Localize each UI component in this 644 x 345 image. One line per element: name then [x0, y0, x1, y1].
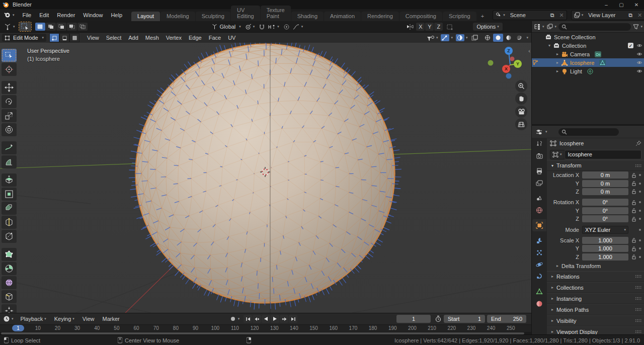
overlays-toggle[interactable] [456, 34, 464, 41]
add-workspace-button[interactable]: + [477, 12, 488, 21]
mode-dropdown[interactable]: Edit Mode▾ [2, 34, 46, 42]
select-subtract-toggle[interactable] [56, 23, 66, 31]
outliner-item-label[interactable]: Icosphere [570, 60, 594, 66]
play-button[interactable] [271, 315, 279, 323]
breadcrumb-object-name[interactable]: Icosphere [559, 140, 584, 146]
animate-property-dot[interactable] [639, 239, 641, 241]
remove-layer-icon[interactable]: ✕ [635, 11, 644, 20]
viewport-menu-edge[interactable]: Edge [185, 33, 205, 43]
tool-loop-cut[interactable] [2, 216, 17, 229]
tool-bevel[interactable] [2, 202, 17, 215]
transform-section-header[interactable]: ▾ Transform [547, 160, 644, 171]
properties-tab-data[interactable] [532, 286, 546, 298]
timeline-editor-type[interactable]: ▾ [3, 315, 14, 322]
menu-edit[interactable]: Edit [35, 9, 53, 21]
disclosure-triangle[interactable]: ▸ [555, 69, 560, 73]
minimize-button[interactable]: – [599, 0, 614, 9]
viewport-menu-select[interactable]: Select [103, 33, 125, 43]
filter-funnel-icon[interactable] [633, 24, 639, 30]
outliner-item-label[interactable]: Collection [562, 43, 586, 49]
current-frame-field[interactable]: 1 [396, 315, 431, 323]
outliner-editor-icon[interactable] [534, 24, 541, 30]
tool-inset-faces[interactable] [2, 188, 17, 201]
properties-tab-physics[interactable] [532, 258, 546, 271]
lock-icon[interactable] [631, 246, 636, 251]
value-field[interactable]: 1.000 [582, 237, 628, 244]
close-button[interactable]: ✕ [629, 0, 644, 9]
lock-icon[interactable] [631, 237, 636, 243]
select-intersect-toggle[interactable] [77, 23, 88, 31]
workspace-tab-compositing[interactable]: Compositing [399, 12, 442, 21]
zoom-view-button[interactable] [515, 80, 527, 92]
display-mode-icon[interactable] [547, 24, 553, 30]
outliner-item-light[interactable]: ▸Light [532, 67, 644, 75]
object-type-dropdown[interactable]: ▾ [550, 150, 565, 159]
viewport-menu-uv[interactable]: UV [224, 33, 239, 43]
lock-icon[interactable] [631, 216, 636, 222]
menu-render[interactable]: Render [53, 9, 79, 21]
hide-eye-icon[interactable] [636, 68, 642, 74]
animate-property-dot[interactable] [639, 218, 641, 220]
properties-tab-object[interactable] [532, 219, 546, 231]
transform-orientation[interactable]: Global▾ [211, 24, 241, 30]
outliner-item-label[interactable]: Camera [570, 51, 590, 57]
select-invert-toggle[interactable] [67, 23, 77, 31]
properties-tab-world[interactable] [532, 204, 546, 216]
animate-property-dot[interactable] [639, 210, 641, 212]
tool-rotate[interactable] [2, 95, 17, 108]
wireframe-shading-toggle[interactable] [482, 34, 493, 42]
properties-tab-tool[interactable] [532, 138, 546, 150]
drag-handle-icon[interactable] [635, 275, 641, 278]
menu-help[interactable]: Help [107, 9, 126, 21]
workspace-tab-uv-editing[interactable]: UV Editing [231, 6, 260, 21]
animate-property-dot[interactable] [639, 247, 641, 249]
tool-edge-slide[interactable] [2, 290, 17, 303]
delta-transform-section[interactable]: ▸Delta Transform [547, 261, 644, 271]
camera-data-icon[interactable] [595, 51, 601, 57]
3d-viewport[interactable]: User Perspective (1) Icosphere ‹ ZYX [0, 43, 531, 313]
mesh-data-icon[interactable] [599, 60, 606, 66]
menu-file[interactable]: File [19, 9, 36, 21]
tool-extrude-region[interactable] [2, 174, 17, 187]
timeline-menu-keying[interactable]: Keying▾ [50, 313, 78, 324]
lock-icon[interactable] [631, 254, 636, 260]
drag-handle-icon[interactable] [635, 286, 641, 289]
properties-editor-icon[interactable] [536, 129, 544, 135]
editor-type-selector[interactable]: ▾ [4, 23, 15, 30]
drag-handle-icon[interactable] [635, 330, 641, 333]
outliner-item-label[interactable]: Light [570, 68, 582, 74]
sidebar-collapse-icon[interactable]: ‹ [528, 48, 530, 54]
gizmos-toggle[interactable] [441, 34, 449, 41]
falloff-curve-icon[interactable] [292, 24, 300, 30]
value-field[interactable]: 0° [582, 199, 628, 206]
value-field[interactable]: 0 m [582, 171, 628, 179]
animate-property-dot[interactable] [639, 256, 641, 258]
disclosure-triangle[interactable]: ▸ [555, 60, 560, 65]
lock-icon[interactable] [631, 189, 636, 194]
animate-property-dot[interactable] [639, 183, 641, 185]
section-collections[interactable]: ▸Collections [547, 282, 644, 293]
new-scene-icon[interactable]: ⧉ [548, 11, 557, 20]
properties-search-input[interactable] [558, 128, 619, 136]
lock-icon[interactable] [631, 181, 636, 186]
tool-cursor[interactable] [2, 63, 17, 76]
workspace-tab-layout[interactable]: Layout [131, 12, 160, 21]
perspective-toggle-button[interactable] [515, 118, 527, 130]
blender-menu-button[interactable]: ▾ [0, 9, 19, 21]
drag-handle-icon[interactable] [635, 297, 641, 300]
lock-icon[interactable] [631, 172, 636, 178]
value-field[interactable]: 1.000 [582, 253, 628, 261]
workspace-tab-scripting[interactable]: Scripting [443, 12, 476, 21]
active-tool-button[interactable] [19, 22, 31, 31]
section-visibility[interactable]: ▸Visibility [547, 315, 644, 326]
viewport-menu-mesh[interactable]: Mesh [142, 33, 163, 43]
tool-annotate[interactable] [2, 141, 17, 154]
lock-icon[interactable] [631, 208, 636, 213]
drag-handle-icon[interactable] [635, 319, 641, 322]
properties-tab-render[interactable] [532, 150, 546, 162]
outliner-item-icosphere[interactable]: ▸Icosphere [532, 58, 644, 67]
properties-tab-constraints[interactable] [532, 271, 546, 283]
animate-property-dot[interactable] [639, 191, 641, 193]
properties-tab-view-layer[interactable] [532, 177, 546, 189]
outliner-item-collection[interactable]: ▾Collection✓ [532, 41, 644, 50]
